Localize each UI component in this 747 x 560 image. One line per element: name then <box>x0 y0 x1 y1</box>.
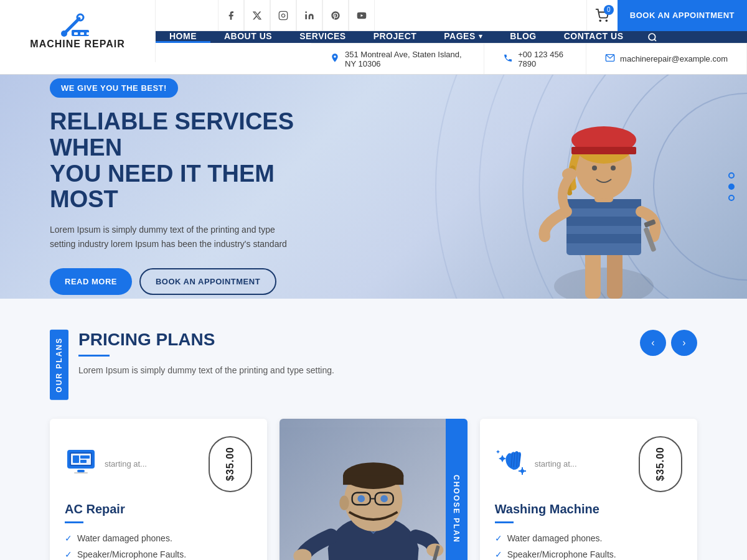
svg-point-36 <box>611 166 616 170</box>
svg-point-12 <box>649 34 655 40</box>
card-1-header: starting at... $35.00 <box>65 436 252 492</box>
email-icon <box>605 53 615 65</box>
card-3-subtitle: starting at... <box>535 459 577 469</box>
svg-rect-45 <box>74 472 88 474</box>
nav-blog[interactable]: BLOG <box>496 31 550 43</box>
choose-plan-tab[interactable]: CHOOSE PLAN <box>446 419 467 560</box>
navbar: HOME ABOUT US SERVICES PROJECT PAGES ▾ B… <box>156 31 747 43</box>
card-3-title: Washing Machine <box>495 502 682 516</box>
card-3-icon-title: starting at... <box>495 445 577 483</box>
pricing-cards: starting at... $35.00 AC Repair ✓ Water … <box>50 419 697 560</box>
slide-dot-3[interactable] <box>728 195 735 201</box>
card-1-icon-title: starting at... <box>65 445 147 483</box>
svg-point-11 <box>606 20 608 21</box>
svg-rect-4 <box>80 32 84 35</box>
card-3-features: ✓ Water damaged phones. ✓ Speaker/Microp… <box>495 533 682 560</box>
section-label-wrap: OUR PLANS PRICING PLANS Lorem Ipsum is s… <box>50 330 334 400</box>
nav-services[interactable]: SERVICES <box>286 31 360 43</box>
svg-point-56 <box>340 495 350 510</box>
svg-point-55 <box>381 495 388 502</box>
feature-item: ✓ Water damaged phones. <box>65 533 252 543</box>
check-icon: ✓ <box>65 549 72 559</box>
section-description: Lorem Ipsum is simply dummy text of the … <box>78 365 334 375</box>
read-more-btn[interactable]: READ MORE <box>50 268 132 295</box>
cart-button[interactable]: 0 <box>586 0 618 31</box>
svg-rect-23 <box>607 249 622 299</box>
hero-content: WE GIVE YOU THE BEST! RELIABLE SERVICES … <box>0 75 349 299</box>
info-bar: 351 Montreal Ave, Staten Island, NY 1030… <box>311 43 747 74</box>
carousel-next-btn[interactable]: › <box>671 330 697 356</box>
twitter-icon[interactable] <box>244 0 270 31</box>
card-image: CHOOSE PLAN <box>280 419 467 560</box>
feature-item: ✓ Speaker/Microphone Faults. <box>495 549 682 559</box>
card-3-price: $35.00 <box>639 436 682 492</box>
hero-buttons: READ MORE BOOK AN APPOINTMENT <box>50 268 299 295</box>
svg-rect-43 <box>80 460 87 463</box>
hero-badge: WE GIVE YOU THE BEST! <box>50 78 178 98</box>
hero-description: Lorem Ipsum is simply dummy text of the … <box>50 223 299 251</box>
card-1-title: AC Repair <box>65 502 252 516</box>
card-3-header: starting at... $35.00 <box>495 436 682 492</box>
search-button[interactable] <box>637 31 668 43</box>
check-icon: ✓ <box>495 533 502 543</box>
section-header: OUR PLANS PRICING PLANS Lorem Ipsum is s… <box>50 330 697 400</box>
svg-rect-27 <box>566 234 641 243</box>
email-text: machinerepair@example.com <box>620 54 728 63</box>
svg-rect-50 <box>343 475 403 485</box>
carousel-prev-btn[interactable]: ‹ <box>640 330 666 356</box>
nav-pages[interactable]: PAGES ▾ <box>430 31 496 43</box>
card-1-subtitle: starting at... <box>105 459 147 469</box>
nav-home[interactable]: HOME <box>156 31 210 43</box>
svg-rect-5 <box>87 32 90 35</box>
svg-point-21 <box>554 268 654 299</box>
svg-point-54 <box>358 495 365 502</box>
svg-rect-22 <box>585 249 601 299</box>
logo-icon <box>59 12 96 39</box>
instagram-icon[interactable] <box>270 0 296 31</box>
card-1-features: ✓ Water damaged phones. ✓ Speaker/Microp… <box>65 533 252 560</box>
svg-point-37 <box>562 168 577 180</box>
svg-point-8 <box>305 11 307 13</box>
linkedin-icon[interactable] <box>296 0 322 31</box>
slide-dot-2[interactable] <box>728 184 735 190</box>
check-icon: ✓ <box>65 533 72 543</box>
hero-book-btn[interactable]: BOOK AN APPOINTMENT <box>139 268 276 295</box>
pricing-section: OUR PLANS PRICING PLANS Lorem Ipsum is s… <box>0 299 747 560</box>
top-bar: 0 BOOK AN APPOINTMENT <box>156 0 747 31</box>
svg-rect-6 <box>279 11 287 19</box>
book-appointment-btn[interactable]: BOOK AN APPOINTMENT <box>618 0 747 31</box>
youtube-icon[interactable] <box>349 0 375 31</box>
cart-count: 0 <box>604 5 614 15</box>
card-1-price: $35.00 <box>209 436 252 492</box>
pricing-card-image: CHOOSE PLAN <box>280 419 467 560</box>
logo-text: MACHINE REPAIR <box>30 39 125 50</box>
top-bar-right: 0 BOOK AN APPOINTMENT <box>586 0 747 31</box>
logo[interactable]: MACHINE REPAIR <box>0 0 156 62</box>
feature-item: ✓ Speaker/Microphone Faults. <box>65 549 252 559</box>
slide-dot-1[interactable] <box>728 172 735 179</box>
location-icon <box>330 53 340 65</box>
phone-text: +00 123 456 7890 <box>518 50 567 68</box>
svg-rect-3 <box>74 32 78 35</box>
svg-rect-44 <box>77 470 85 472</box>
nav-project[interactable]: PROJECT <box>360 31 431 43</box>
pricing-card-1: starting at... $35.00 AC Repair ✓ Water … <box>50 419 267 560</box>
pricing-card-3: starting at... $35.00 Washing Machine ✓ … <box>480 419 697 560</box>
facebook-icon[interactable] <box>218 0 244 31</box>
check-icon: ✓ <box>495 549 502 559</box>
nav-about[interactable]: ABOUT US <box>210 31 286 43</box>
pages-dropdown-arrow: ▾ <box>479 32 483 40</box>
section-underline <box>78 355 110 357</box>
feature-item: ✓ Water damaged phones. <box>495 533 682 543</box>
phone-info: +00 123 456 7890 <box>484 44 586 74</box>
ac-repair-icon <box>65 445 97 483</box>
hero-section: WE GIVE YOU THE BEST! RELIABLE SERVICES … <box>0 75 747 299</box>
section-title: PRICING PLANS <box>78 330 334 350</box>
nav-contact[interactable]: CONTACT US <box>550 31 637 43</box>
hero-title: RELIABLE SERVICES WHEN YOU NEED IT THEM … <box>50 109 299 213</box>
svg-point-10 <box>600 20 601 21</box>
pinterest-icon[interactable] <box>322 0 349 31</box>
svg-rect-34 <box>571 147 636 154</box>
card-1-underline <box>65 521 83 523</box>
svg-point-1 <box>77 14 83 21</box>
